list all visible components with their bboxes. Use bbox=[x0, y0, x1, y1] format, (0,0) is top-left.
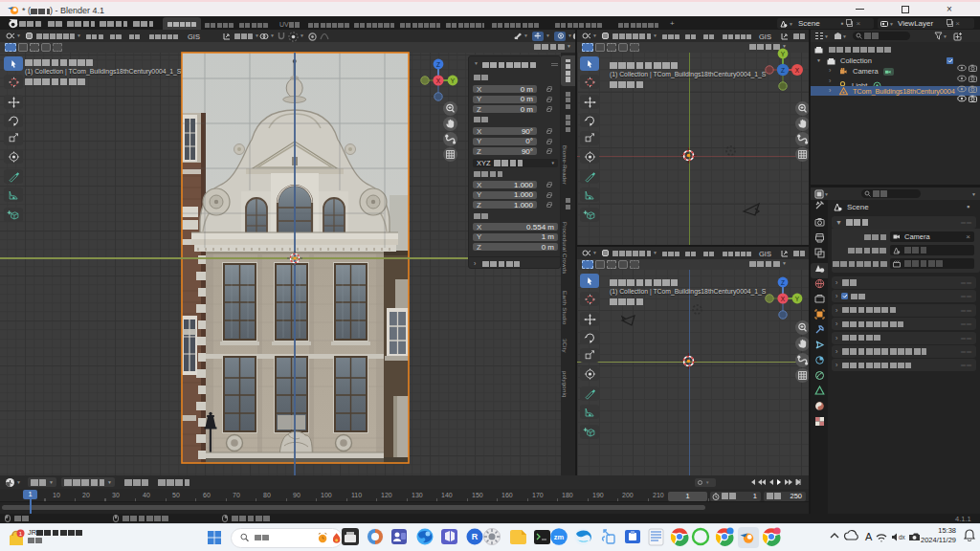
svg-text:Y: Y bbox=[451, 77, 456, 84]
svg-text:X: X bbox=[436, 77, 441, 84]
svg-text:Y: Y bbox=[795, 296, 800, 302]
svg-text:A: A bbox=[865, 531, 873, 542]
svg-text:Z: Z bbox=[781, 279, 785, 286]
svg-text:X: X bbox=[795, 67, 800, 74]
svg-text:R: R bbox=[472, 532, 479, 541]
svg-text:X: X bbox=[781, 296, 786, 302]
svg-text:Z: Z bbox=[436, 61, 440, 68]
svg-text:Y: Y bbox=[781, 51, 786, 57]
svg-text:Z: Z bbox=[781, 67, 785, 74]
svg-text:zm: zm bbox=[554, 533, 565, 541]
